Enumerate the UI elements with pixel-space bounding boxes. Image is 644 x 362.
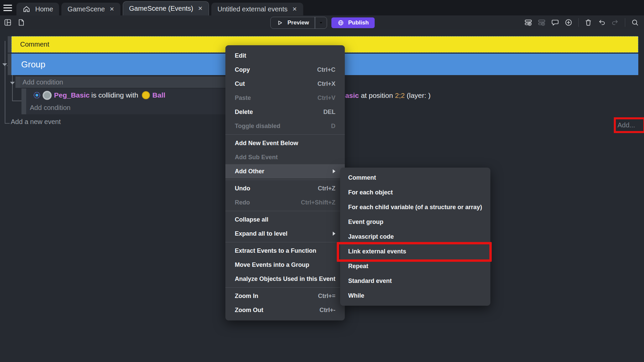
menu-divider (225, 134, 345, 135)
menu-item-shortcut: Ctrl+- (304, 307, 336, 314)
menu-item-edit[interactable]: Edit (225, 49, 345, 63)
context-menu: EditCopyCtrl+CCutCtrl+XPasteCtrl+VDelete… (225, 45, 345, 320)
tree-line (12, 101, 21, 101)
menu-item-while[interactable]: While (340, 288, 490, 303)
menu-item-zoom-in[interactable]: Zoom InCtrl+= (225, 289, 345, 303)
menu-item-add-other[interactable]: Add Other (225, 164, 345, 178)
menu-divider (225, 211, 345, 211)
preview-button[interactable]: Preview (270, 17, 327, 29)
menu-item-zoom-out[interactable]: Zoom OutCtrl+- (225, 303, 345, 317)
add-comment-icon[interactable] (551, 18, 559, 27)
home-icon (22, 5, 31, 13)
menu-item-label: Comment (348, 174, 376, 181)
menu-item-shortcut: Ctrl+C (302, 66, 336, 73)
event-drag-handle[interactable] (21, 88, 26, 114)
menu-item-for-each-object[interactable]: For each object (340, 185, 490, 200)
menu-item-shortcut: D (316, 123, 335, 130)
menu-item-analyze-objects-used-in-this-event[interactable]: Analyze Objects Used in this Event (225, 272, 345, 286)
search-icon[interactable] (631, 18, 639, 27)
tab-label: GameScene (67, 5, 105, 13)
play-icon (276, 19, 283, 26)
tab-close-icon[interactable]: ✕ (198, 5, 203, 12)
menu-item-label: Event group (348, 219, 383, 226)
tab-untitled-external-events[interactable]: Untitled external events ✕ (211, 3, 303, 15)
tree-line (5, 123, 10, 124)
publish-button[interactable]: Publish (331, 17, 375, 28)
menu-item-cut[interactable]: CutCtrl+X (225, 77, 345, 91)
menu-item-extract-events-to-a-function[interactable]: Extract Events to a Function (225, 244, 345, 258)
menu-item-expand-all-to-level[interactable]: Expand all to level (225, 227, 345, 241)
tab-home[interactable]: Home (16, 3, 59, 15)
condition-text: is colliding with (91, 91, 138, 99)
menu-item-label: Edit (235, 52, 246, 59)
event-drag-handle[interactable] (15, 76, 20, 88)
add-event-icon[interactable] (524, 18, 533, 27)
tab-close-icon[interactable]: ✕ (110, 6, 114, 13)
menu-item-shortcut: Ctrl+= (303, 293, 335, 300)
add-button[interactable]: Add... (618, 121, 635, 129)
menu-divider (225, 180, 345, 180)
menu-item-label: Toggle disabled (235, 123, 280, 130)
tree-line (12, 74, 13, 101)
action-layer-text: (layer: ) (405, 92, 431, 99)
action-position-value: 2;2 (395, 92, 405, 99)
menu-item-toggle-disabled[interactable]: Toggle disabledD (225, 119, 345, 133)
tab-strip: Home GameScene ✕ GameScene (Events) ✕ Un… (16, 1, 303, 15)
menu-divider (225, 287, 345, 288)
menu-item-label: Undo (235, 185, 250, 192)
hamburger-icon[interactable] (3, 3, 15, 12)
tab-gamescene[interactable]: GameScene ✕ (61, 3, 120, 15)
collapse-arrow-icon[interactable] (10, 82, 15, 84)
menu-item-event-group[interactable]: Event group (340, 215, 490, 229)
menu-item-collapse-all[interactable]: Collapse all (225, 213, 345, 227)
chevron-down-icon (318, 20, 324, 25)
add-other-event-icon[interactable] (564, 18, 573, 27)
menu-item-redo[interactable]: RedoCtrl+Shift+Z (225, 195, 345, 209)
menu-item-shortcut: Ctrl+Z (303, 185, 336, 192)
redo-icon (611, 18, 620, 27)
menu-item-add-new-event-below[interactable]: Add New Event Below (225, 136, 345, 150)
collapse-arrow-icon[interactable] (2, 63, 7, 66)
tab-close-icon[interactable]: ✕ (292, 6, 297, 13)
preview-dropdown-button[interactable] (315, 17, 327, 28)
menu-item-standard-event[interactable]: Standard event (340, 274, 490, 288)
menu-item-label: Cut (235, 80, 245, 87)
menu-item-copy[interactable]: CopyCtrl+C (225, 63, 345, 77)
add-sub-event-icon (537, 18, 546, 27)
menu-item-label: For each object (348, 189, 393, 196)
peg-object-icon (43, 91, 52, 100)
menu-item-label: Analyze Objects Used in this Event (235, 276, 335, 283)
action-row[interactable]: Basic at position 2;2 (layer: ) (340, 90, 431, 101)
menu-item-move-events-into-a-group[interactable]: Move Events into a Group (225, 258, 345, 272)
menu-item-comment[interactable]: Comment (340, 170, 490, 185)
menu-item-shortcut: Ctrl+V (302, 95, 336, 102)
menu-item-delete[interactable]: DeleteDEL (225, 105, 345, 119)
menu-item-shortcut: DEL (308, 109, 335, 116)
toolbar: Preview Publish (0, 15, 644, 29)
menu-item-label: While (348, 292, 364, 299)
tree-line (5, 41, 5, 123)
undo-icon[interactable] (597, 18, 606, 27)
menu-item-paste[interactable]: PasteCtrl+V (225, 91, 345, 105)
submenu-arrow-icon (333, 232, 335, 236)
menu-item-label: Repeat (348, 263, 368, 270)
tab-gamescene-events[interactable]: GameScene (Events) ✕ (123, 1, 209, 15)
menu-item-shortcut: Ctrl+X (302, 80, 336, 87)
add-button-highlight-box: Add... (614, 117, 644, 133)
save-icon[interactable] (17, 18, 25, 27)
menu-item-label: Delete (235, 109, 253, 116)
menu-item-label: Move Events into a Group (235, 261, 309, 268)
add-new-event-link[interactable]: Add a new event (11, 118, 61, 126)
event-drag-handle[interactable] (8, 36, 11, 53)
delete-icon[interactable] (584, 18, 593, 27)
menu-item-add-sub-event[interactable]: Add Sub Event (225, 150, 345, 164)
layout-panels-icon[interactable] (3, 18, 12, 27)
preview-button-label: Preview (287, 19, 309, 26)
event-drag-handle[interactable] (8, 54, 11, 75)
tab-bar: Home GameScene ✕ GameScene (Events) ✕ Un… (0, 0, 644, 15)
menu-item-label: Expand all to level (235, 230, 287, 237)
menu-item-for-each-child-variable-of-a-structure-or-array[interactable]: For each child variable (of a structure … (340, 200, 490, 215)
menu-item-undo[interactable]: UndoCtrl+Z (225, 181, 345, 195)
menu-item-label: Add Sub Event (235, 154, 278, 161)
tab-label: Home (35, 5, 53, 13)
